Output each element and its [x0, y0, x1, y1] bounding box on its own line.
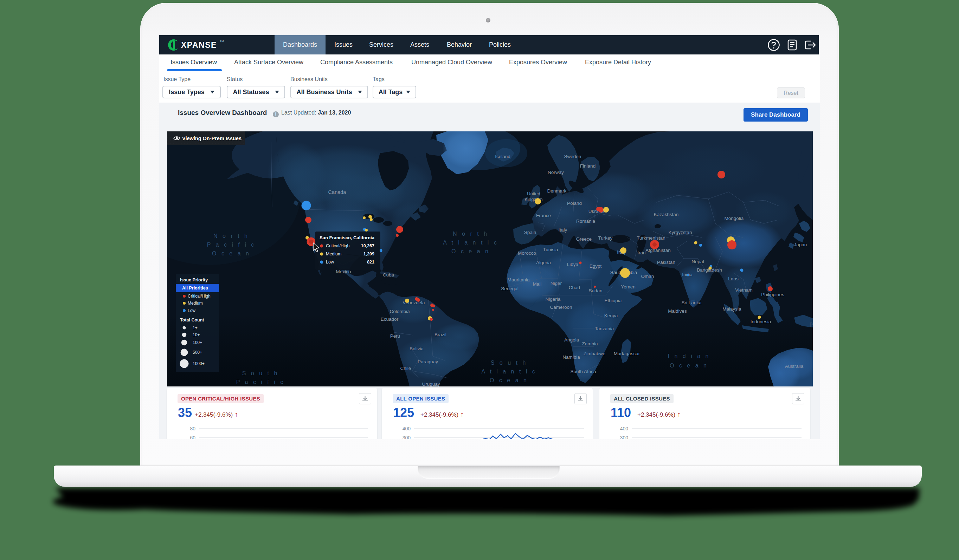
svg-text:A t l a n t i c: A t l a n t i c [481, 369, 537, 374]
svg-text:Laos: Laos [728, 276, 739, 282]
svg-text:Ecuador: Ecuador [381, 317, 399, 322]
svg-text:Cuba: Cuba [383, 272, 394, 278]
svg-text:Low: Low [326, 259, 334, 264]
svg-text:South Africa: South Africa [570, 369, 596, 374]
svg-text:Morocco: Morocco [518, 250, 536, 256]
svg-text:Medium: Medium [326, 251, 341, 256]
svg-text:Yemen: Yemen [621, 284, 636, 290]
svg-text:Paraguay: Paraguay [417, 359, 438, 364]
svg-text:All Priorities: All Priorities [182, 286, 208, 291]
svg-text:O c e a n: O c e a n [670, 363, 708, 369]
svg-text:Critical/High: Critical/High [188, 294, 210, 299]
svg-text:Libya: Libya [567, 262, 578, 267]
svg-text:Ethiopia: Ethiopia [605, 298, 622, 303]
svg-text:Chad: Chad [569, 285, 580, 290]
svg-text:Zambia: Zambia [582, 341, 598, 347]
svg-text:Niger: Niger [551, 281, 562, 286]
svg-text:500+: 500+ [193, 350, 202, 355]
svg-text:Italy: Italy [559, 227, 567, 232]
svg-text:N o r t h: N o r t h [453, 231, 489, 237]
svg-text:Japan: Japan [794, 242, 807, 247]
svg-text:S o u t h: S o u t h [242, 370, 279, 376]
svg-text:Norway: Norway [548, 170, 564, 175]
svg-text:Peru: Peru [390, 333, 400, 339]
svg-text:Angola: Angola [564, 337, 579, 342]
svg-text:821: 821 [367, 259, 374, 264]
svg-text:Poland: Poland [567, 200, 582, 206]
svg-text:Brazil: Brazil [435, 332, 446, 337]
svg-text:1000+: 1000+ [193, 361, 205, 366]
svg-text:Kazakhstan: Kazakhstan [654, 212, 679, 217]
svg-text:Finland: Finland [580, 163, 596, 169]
svg-text:Pakistan: Pakistan [657, 259, 675, 265]
svg-text:Mexico: Mexico [336, 269, 351, 274]
svg-text:Spain: Spain [524, 230, 537, 235]
svg-text:XPANSE: XPANSE [181, 40, 217, 49]
svg-text:Chile: Chile [400, 366, 411, 371]
svg-text:Romania: Romania [576, 218, 596, 224]
svg-text:10,267: 10,267 [361, 243, 374, 248]
svg-text:Iceland: Iceland [495, 154, 510, 159]
svg-text:Issue Priority: Issue Priority [180, 278, 208, 282]
svg-text:Australia: Australia [785, 364, 804, 369]
svg-text:Mali: Mali [533, 282, 542, 287]
svg-text:Kyrgyzstan: Kyrgyzstan [669, 230, 692, 235]
svg-text:Critical/High: Critical/High [326, 243, 349, 248]
svg-text:Pa: Pa [809, 322, 813, 328]
svg-text:S o u t h: S o u t h [491, 360, 528, 366]
svg-text:Mongolia: Mongolia [725, 216, 744, 221]
svg-text:Greece: Greece [576, 236, 592, 242]
svg-text:Philippines: Philippines [761, 292, 784, 297]
svg-text:Cameroon: Cameroon [550, 305, 572, 310]
svg-text:Algeria: Algeria [536, 260, 551, 265]
svg-text:Sweden: Sweden [564, 154, 581, 159]
svg-text:Viewing On-Prem Issues: Viewing On-Prem Issues [182, 135, 242, 141]
svg-text:Kenya: Kenya [604, 313, 618, 318]
svg-text:P a c i f i c: P a c i f i c [207, 242, 256, 248]
svg-text:O c e a n: O c e a n [212, 250, 251, 256]
svg-text:Bolivia: Bolivia [409, 346, 424, 351]
svg-text:10+: 10+ [193, 332, 200, 337]
svg-text:Madagascar: Madagascar [614, 351, 640, 356]
svg-text:Malaysia: Malaysia [722, 306, 741, 312]
svg-text:Maldives: Maldives [668, 309, 687, 314]
svg-text:N o r t h: N o r t h [213, 233, 249, 239]
svg-text:Uruguay: Uruguay [422, 382, 440, 387]
svg-text:Medium: Medium [188, 301, 203, 305]
svg-text:Tunisia: Tunisia [543, 247, 558, 252]
svg-text:Denmark: Denmark [547, 188, 567, 194]
svg-text:Colombia: Colombia [390, 309, 410, 314]
svg-text:Indonesia: Indonesia [750, 319, 771, 324]
svg-text:1,209: 1,209 [363, 251, 374, 256]
svg-text:P a c i f i c: P a c i f i c [236, 379, 285, 385]
svg-text:Turkmenistan: Turkmenistan [637, 235, 665, 241]
svg-text:1+: 1+ [193, 325, 198, 330]
svg-text:100+: 100+ [193, 340, 202, 345]
svg-text:Nigeria: Nigeria [546, 296, 561, 302]
svg-text:A t l a n t i c: A t l a n t i c [443, 240, 499, 246]
svg-text:Iran: Iran [637, 250, 645, 255]
svg-text:Zimbabwe: Zimbabwe [583, 351, 605, 356]
svg-text:Total Count: Total Count [180, 318, 204, 323]
svg-text:Afghanistan: Afghanistan [645, 248, 671, 253]
svg-text:Namibia: Namibia [562, 355, 580, 360]
svg-text:Nepal: Nepal [691, 259, 704, 264]
svg-text:TM: TM [220, 39, 224, 43]
svg-text:Sudan: Sudan [588, 288, 602, 293]
svg-text:Sri Lanka: Sri Lanka [681, 300, 702, 305]
svg-text:Canada: Canada [328, 189, 347, 195]
svg-text:Tanzania: Tanzania [595, 326, 614, 331]
svg-text:O c e a n: O c e a n [451, 248, 490, 255]
svg-text:Low: Low [188, 308, 196, 313]
svg-text:Senegal: Senegal [501, 286, 519, 291]
svg-text:Mauritania: Mauritania [507, 277, 530, 282]
svg-text:San Francisco, California: San Francisco, California [320, 235, 375, 240]
svg-text:Vietnam: Vietnam [735, 287, 752, 293]
svg-text:Turkey: Turkey [598, 235, 613, 241]
svg-text:Oman: Oman [641, 274, 654, 279]
svg-text:O c e a n: O c e a n [490, 377, 528, 383]
svg-text:I n d i a n: I n d i a n [668, 353, 710, 359]
svg-text:France: France [536, 213, 551, 218]
svg-text:Egypt: Egypt [589, 264, 602, 269]
svg-text:United: United [527, 191, 540, 196]
